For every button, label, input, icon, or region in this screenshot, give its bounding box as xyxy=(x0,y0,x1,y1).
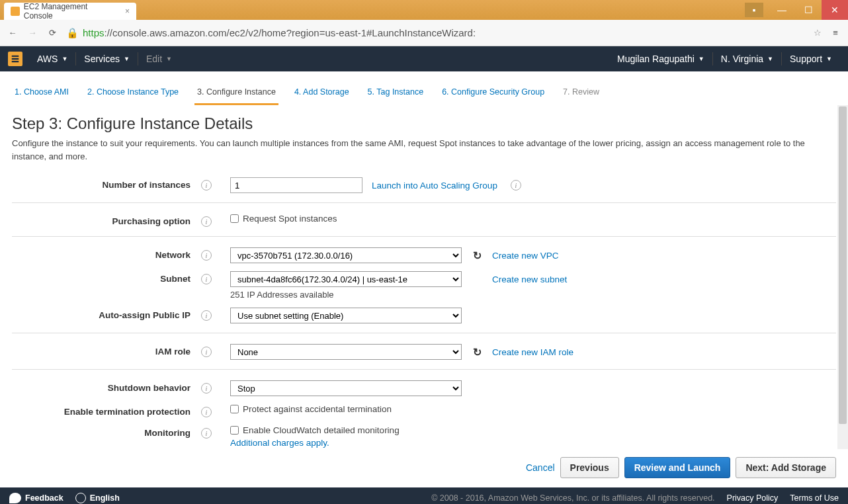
auto-ip-select[interactable]: Use subnet setting (Enable) xyxy=(230,308,462,323)
maximize-button[interactable]: ☐ xyxy=(795,0,822,20)
user-menu[interactable]: Mugilan Ragupathi▼ xyxy=(609,46,712,71)
url-https: https xyxy=(83,27,105,38)
info-icon[interactable]: i xyxy=(201,347,212,357)
url-rest: ://console.aws.amazon.com/ec2/v2/home?re… xyxy=(105,27,476,38)
num-instances-label: Number of instances xyxy=(12,177,197,190)
tab-configure-instance[interactable]: 3. Configure Instance xyxy=(194,82,278,105)
shutdown-label: Shutdown behavior xyxy=(12,380,197,393)
terms-link[interactable]: Terms of Use xyxy=(790,493,839,503)
monitoring-label: Monitoring xyxy=(12,425,197,438)
privacy-link[interactable]: Privacy Policy xyxy=(727,493,779,503)
forward-button[interactable]: → xyxy=(26,27,38,39)
window-controls: ▪ — ☐ ✕ xyxy=(745,0,848,20)
info-icon[interactable]: i xyxy=(201,180,212,190)
reload-button[interactable]: ⟳ xyxy=(46,27,58,39)
subnet-select[interactable]: subnet-4da8fc66(172.30.4.0/24) | us-east… xyxy=(230,271,462,287)
edit-menu[interactable]: Edit▼ xyxy=(138,46,180,71)
close-window-button[interactable]: ✕ xyxy=(822,0,848,20)
user-icon[interactable]: ▪ xyxy=(745,3,763,17)
copyright: © 2008 - 2016, Amazon Web Services, Inc.… xyxy=(431,493,714,503)
previous-button[interactable]: Previous xyxy=(560,457,619,478)
info-icon[interactable]: i xyxy=(201,310,212,321)
create-vpc-link[interactable]: Create new VPC xyxy=(492,251,559,261)
info-icon[interactable]: i xyxy=(201,428,212,439)
spot-checkbox[interactable] xyxy=(230,214,239,223)
shutdown-select[interactable]: Stop xyxy=(230,380,462,396)
monitoring-checkbox-wrap[interactable]: Enable CloudWatch detailed monitoring xyxy=(230,425,400,435)
tab-review[interactable]: 7. Review xyxy=(560,82,602,105)
monitoring-checkbox[interactable] xyxy=(230,426,239,435)
services-label: Services xyxy=(84,54,120,64)
close-icon[interactable]: × xyxy=(125,7,130,16)
review-launch-button[interactable]: Review and Launch xyxy=(624,457,731,478)
user-label: Mugilan Ragupathi xyxy=(617,54,695,64)
chevron-down-icon: ▼ xyxy=(699,56,704,62)
lock-icon: 🔒 xyxy=(66,27,79,39)
refresh-icon[interactable]: ↻ xyxy=(471,346,483,358)
chevron-down-icon: ▼ xyxy=(62,56,67,62)
next-button[interactable]: Next: Add Storage xyxy=(736,457,836,478)
scrollbar-thumb[interactable] xyxy=(839,106,847,424)
aws-label: AWS xyxy=(37,54,58,64)
content-area: Step 3: Configure Instance Details Confi… xyxy=(0,105,848,449)
page-description: Configure the instance to suit your requ… xyxy=(12,137,836,163)
num-instances-input[interactable] xyxy=(230,177,362,193)
tab-instance-type[interactable]: 2. Choose Instance Type xyxy=(85,82,181,105)
info-icon[interactable]: i xyxy=(201,216,212,227)
chevron-down-icon: ▼ xyxy=(124,56,130,62)
aws-logo-icon[interactable] xyxy=(8,52,22,66)
support-label: Support xyxy=(790,54,822,64)
globe-icon xyxy=(75,493,86,503)
bookmark-icon[interactable]: ☆ xyxy=(814,28,822,38)
info-icon[interactable]: i xyxy=(511,180,521,190)
monitoring-help-link[interactable]: Additional charges apply. xyxy=(230,438,400,448)
url-input[interactable]: 🔒 https://console.aws.amazon.com/ec2/v2/… xyxy=(66,27,802,39)
support-menu[interactable]: Support▼ xyxy=(782,46,840,71)
info-icon[interactable]: i xyxy=(201,383,212,394)
spot-checkbox-label: Request Spot instances xyxy=(243,214,337,224)
info-icon[interactable]: i xyxy=(201,407,212,417)
tab-add-storage[interactable]: 4. Add Storage xyxy=(292,82,352,105)
info-icon[interactable]: i xyxy=(201,274,212,284)
chevron-down-icon: ▼ xyxy=(826,56,832,62)
aws-header: AWS▼ Services▼ Edit▼ Mugilan Ragupathi▼ … xyxy=(0,46,848,71)
iam-select[interactable]: None xyxy=(230,344,462,360)
termination-checkbox-wrap[interactable]: Protect against accidental termination xyxy=(230,404,392,414)
network-label: Network xyxy=(12,247,197,260)
info-icon[interactable]: i xyxy=(201,250,212,261)
browser-tab[interactable]: EC2 Management Console × xyxy=(4,3,136,20)
region-menu[interactable]: N. Virginia▼ xyxy=(713,46,781,71)
region-label: N. Virginia xyxy=(721,54,763,64)
tab-choose-ami[interactable]: 1. Choose AMI xyxy=(12,82,71,105)
auto-scaling-link[interactable]: Launch into Auto Scaling Group xyxy=(372,181,497,190)
chevron-down-icon: ▼ xyxy=(767,56,773,62)
feedback-link[interactable]: Feedback xyxy=(9,493,64,503)
back-button[interactable]: ← xyxy=(7,27,19,39)
services-menu[interactable]: Services▼ xyxy=(76,46,138,71)
termination-checkbox[interactable] xyxy=(230,405,239,413)
iam-label: IAM role xyxy=(12,344,197,357)
minimize-button[interactable]: — xyxy=(769,0,795,20)
subnet-label: Subnet xyxy=(12,271,197,284)
monitoring-checkbox-label: Enable CloudWatch detailed monitoring xyxy=(243,425,400,435)
aws-favicon-icon xyxy=(11,7,20,16)
spot-checkbox-wrap[interactable]: Request Spot instances xyxy=(230,214,337,224)
create-iam-link[interactable]: Create new IAM role xyxy=(492,347,573,357)
chevron-down-icon: ▼ xyxy=(166,56,172,62)
language-link[interactable]: English xyxy=(75,493,120,503)
page-title: Step 3: Configure Instance Details xyxy=(12,114,836,133)
network-select[interactable]: vpc-3570b751 (172.30.0.0/16) xyxy=(230,247,462,263)
aws-footer: Feedback English © 2008 - 2016, Amazon W… xyxy=(0,487,848,504)
tab-tag-instance[interactable]: 5. Tag Instance xyxy=(365,82,427,105)
refresh-icon[interactable]: ↻ xyxy=(471,249,483,261)
footer-actions: Cancel Previous Review and Launch Next: … xyxy=(0,449,848,487)
edit-label: Edit xyxy=(146,54,162,64)
create-subnet-link[interactable]: Create new subnet xyxy=(492,274,567,284)
cancel-button[interactable]: Cancel xyxy=(526,462,555,473)
wizard-tabs: 1. Choose AMI 2. Choose Instance Type 3.… xyxy=(0,71,848,105)
aws-menu[interactable]: AWS▼ xyxy=(29,46,75,71)
menu-icon[interactable]: ≡ xyxy=(829,27,841,39)
tab-security-group[interactable]: 6. Configure Security Group xyxy=(439,82,547,105)
scrollbar[interactable] xyxy=(837,105,848,449)
browser-tab-strip: EC2 Management Console × ▪ — ☐ ✕ xyxy=(0,0,848,20)
